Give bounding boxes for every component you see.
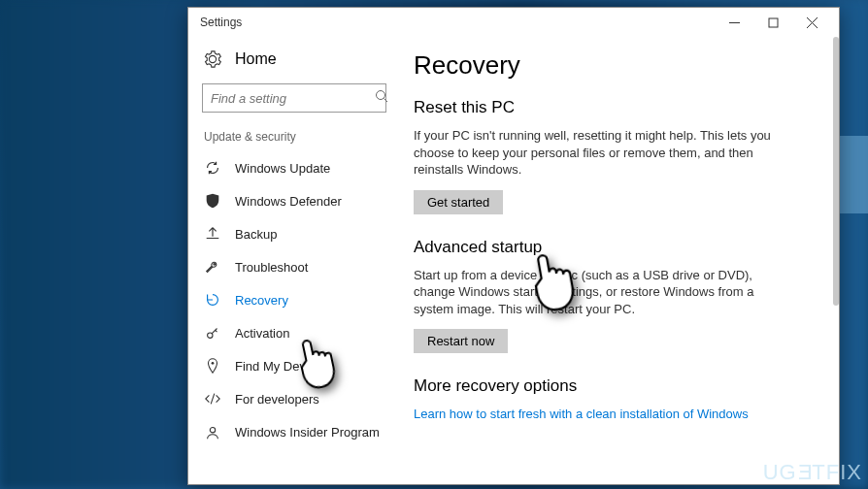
sidebar-item-find-my-device[interactable]: Find My Device	[188, 349, 400, 382]
close-icon	[807, 17, 818, 28]
nav-label: Troubleshoot	[235, 260, 308, 275]
svg-point-7	[212, 362, 215, 365]
svg-point-8	[210, 428, 215, 433]
section-label: Update & security	[188, 126, 400, 151]
close-button[interactable]	[792, 9, 831, 36]
location-icon	[204, 357, 221, 375]
search-box[interactable]	[202, 83, 386, 113]
fresh-install-link[interactable]: Learn how to start fresh with a clean in…	[414, 406, 783, 423]
nav-label: Windows Insider Program	[235, 425, 380, 440]
reset-pc-heading: Reset this PC	[414, 98, 816, 117]
reset-pc-description: If your PC isn't running well, resetting…	[414, 127, 792, 179]
restart-now-button[interactable]: Restart now	[414, 329, 508, 353]
minimize-icon	[729, 17, 740, 28]
watermark: UGETFIX	[763, 460, 862, 485]
key-icon	[204, 324, 221, 342]
sidebar-item-for-developers[interactable]: For developers	[188, 382, 400, 415]
nav-label: Windows Update	[235, 161, 330, 176]
nav-label: Find My Device	[235, 359, 322, 374]
maximize-icon	[768, 17, 779, 28]
svg-rect-1	[769, 18, 778, 27]
nav-label: Recovery	[235, 293, 288, 308]
wrench-icon	[204, 258, 221, 276]
sidebar-item-recovery[interactable]: Recovery	[188, 283, 400, 316]
sidebar-item-windows-defender[interactable]: Windows Defender	[188, 184, 400, 217]
recovery-icon	[204, 291, 221, 309]
page-title: Recovery	[414, 50, 816, 81]
advanced-startup-description: Start up from a device or disc (such as …	[414, 267, 792, 318]
home-label: Home	[235, 50, 277, 68]
sidebar-item-windows-insider[interactable]: Windows Insider Program	[188, 415, 400, 448]
sidebar-item-troubleshoot[interactable]: Troubleshoot	[188, 250, 400, 283]
nav-label: For developers	[235, 392, 319, 407]
sidebar-item-activation[interactable]: Activation	[188, 316, 400, 349]
nav-label: Backup	[235, 227, 277, 242]
main-panel: Recovery Reset this PC If your PC isn't …	[400, 37, 839, 484]
sidebar-item-windows-update[interactable]: Windows Update	[188, 151, 400, 184]
shield-icon	[204, 192, 221, 210]
window-title: Settings	[196, 16, 715, 29]
svg-point-4	[377, 91, 385, 100]
nav-label: Activation	[235, 326, 289, 341]
window-content: Home Update & security Windows Update Wi…	[188, 37, 839, 484]
sidebar: Home Update & security Windows Update Wi…	[188, 37, 400, 484]
sync-icon	[204, 159, 221, 177]
search-icon	[375, 89, 388, 107]
maximize-button[interactable]	[753, 9, 792, 36]
nav-label: Windows Defender	[235, 194, 342, 209]
gear-icon	[204, 50, 221, 68]
scrollbar[interactable]	[833, 37, 839, 306]
titlebar: Settings	[188, 8, 839, 37]
settings-window: Settings Home Update & secur	[187, 7, 840, 485]
home-nav[interactable]: Home	[188, 45, 400, 74]
search-input[interactable]	[211, 91, 375, 106]
svg-line-5	[384, 99, 388, 103]
sidebar-item-backup[interactable]: Backup	[188, 217, 400, 250]
get-started-button[interactable]: Get started	[414, 190, 503, 214]
advanced-startup-heading: Advanced startup	[414, 238, 816, 257]
minimize-button[interactable]	[715, 9, 753, 36]
developer-icon	[204, 390, 221, 408]
insider-icon	[204, 423, 221, 440]
more-recovery-heading: More recovery options	[414, 376, 816, 396]
backup-icon	[204, 225, 221, 243]
